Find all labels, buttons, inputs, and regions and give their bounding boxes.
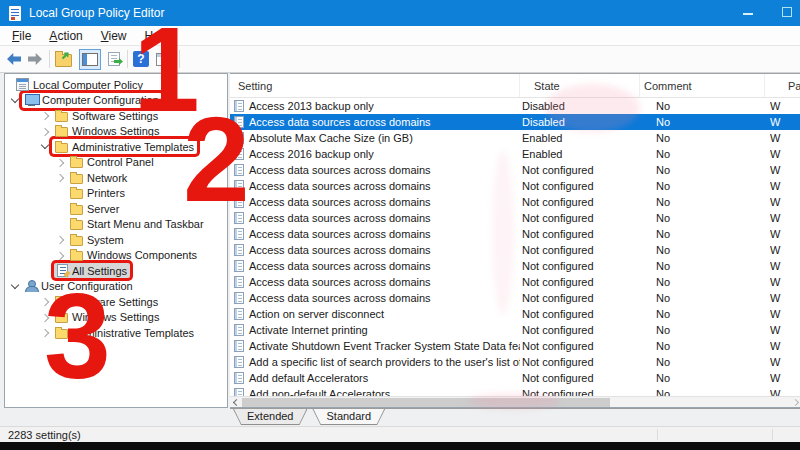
expand-arrow-icon[interactable] (54, 170, 67, 185)
window-title: Local Group Policy Editor (29, 6, 164, 20)
setting-cell: Activate Internet printing (249, 324, 368, 336)
scroll-right-icon[interactable] (789, 397, 800, 407)
tree-item-label: Windows Components (87, 249, 197, 261)
tree-item[interactable]: Control Panel (5, 155, 227, 171)
expand-arrow-icon[interactable] (9, 279, 22, 294)
scrollbar-thumb[interactable] (242, 398, 610, 407)
expand-arrow-icon[interactable] (54, 217, 67, 232)
view-tabs: Extended Standard (230, 408, 800, 426)
show-console-tree-icon[interactable] (79, 49, 101, 70)
table-row[interactable]: Access data sources across domains Not c… (230, 210, 800, 226)
menu-item[interactable]: Action (40, 27, 91, 45)
tree-item[interactable]: All Settings (5, 263, 227, 279)
table-row[interactable]: Absolute Max Cache Size (in GB) Enabled … (230, 130, 800, 146)
minimize-icon[interactable] (743, 13, 753, 15)
column-header-setting[interactable]: Setting (230, 74, 520, 97)
tree-item-label: Software Settings (72, 296, 158, 308)
comment-cell: No (640, 244, 765, 256)
table-row[interactable]: Activate Shutdown Event Tracker System S… (230, 338, 800, 354)
expand-arrow-icon[interactable] (39, 325, 52, 340)
tree-item[interactable]: Software Settings (5, 294, 227, 310)
column-header-path[interactable]: Path (765, 74, 800, 97)
table-row[interactable]: Action on server disconnect Not configur… (230, 306, 800, 322)
menu-item[interactable]: Help (136, 27, 179, 45)
tree-item[interactable]: Software Settings (5, 108, 227, 124)
tree-item-label: Control Panel (87, 156, 154, 168)
state-cell: Not configured (520, 244, 640, 256)
table-row[interactable]: Access 2013 backup only Disabled No W (230, 98, 800, 114)
scroll-left-icon[interactable] (230, 397, 241, 407)
tree-item[interactable]: Local Computer Policy (5, 77, 227, 93)
help-icon[interactable] (133, 51, 149, 67)
tree-item[interactable]: System (5, 232, 227, 248)
comment-cell: No (640, 196, 765, 208)
tree-item[interactable]: Server (5, 201, 227, 217)
comment-cell: No (640, 260, 765, 272)
path-cell: W (765, 132, 800, 144)
forward-icon[interactable] (28, 53, 42, 65)
tree-item[interactable]: Start Menu and Taskbar (5, 217, 227, 233)
expand-arrow-icon[interactable] (54, 248, 67, 263)
state-cell: Not configured (520, 308, 640, 320)
view-tab[interactable]: Extended (233, 409, 307, 425)
table-row[interactable]: Add default Accelerators Not configured … (230, 370, 800, 386)
tree-item[interactable]: Windows Components (5, 248, 227, 264)
column-header-comment[interactable]: Comment (640, 74, 765, 97)
expand-arrow-icon[interactable] (54, 186, 67, 201)
state-cell: Not configured (520, 356, 640, 368)
tree-item-label: Network (87, 172, 127, 184)
tree-item[interactable]: Network (5, 170, 227, 186)
table-row[interactable]: Access data sources across domains Not c… (230, 194, 800, 210)
policy-icon (234, 324, 244, 336)
column-header-state[interactable]: State (520, 74, 640, 97)
expand-arrow-icon[interactable] (54, 155, 67, 170)
menu-item[interactable]: View (92, 27, 136, 45)
export-folder-icon[interactable] (55, 54, 72, 67)
table-row[interactable]: Access data sources across domains Not c… (230, 290, 800, 306)
setting-cell: Access data sources across domains (249, 164, 431, 176)
export-list-icon[interactable] (108, 52, 120, 66)
expand-arrow-icon[interactable] (54, 201, 67, 216)
horizontal-scrollbar[interactable] (230, 396, 800, 407)
policy-icon (234, 212, 244, 224)
view-tab[interactable]: Standard (312, 409, 385, 425)
table-row[interactable]: Activate Internet printing Not configure… (230, 322, 800, 338)
path-cell: W (765, 116, 800, 128)
setting-cell: Access data sources across domains (249, 212, 431, 224)
table-row[interactable]: Access data sources across domains Not c… (230, 242, 800, 258)
table-row[interactable]: Access data sources across domains Not c… (230, 178, 800, 194)
expand-arrow-icon[interactable] (9, 93, 22, 108)
table-row[interactable]: Add a specific list of search providers … (230, 354, 800, 370)
expand-arrow-icon[interactable] (39, 124, 52, 139)
setting-cell: Access 2016 backup only (249, 148, 374, 160)
tree-item[interactable]: Windows Settings (5, 124, 227, 140)
path-cell: W (765, 372, 800, 384)
table-row[interactable]: Access data sources across domains Not c… (230, 162, 800, 178)
table-row[interactable]: Access 2016 backup only Enabled No W (230, 146, 800, 162)
path-cell: W (765, 100, 800, 112)
tree-item[interactable]: Computer Configuration (5, 93, 227, 109)
tree-item[interactable]: Printers (5, 186, 227, 202)
setting-cell: Activate Shutdown Event Tracker System S… (249, 340, 520, 352)
tree-item-icon (55, 143, 68, 153)
back-icon[interactable] (7, 53, 21, 65)
table-row[interactable]: Access data sources across domains Not c… (230, 274, 800, 290)
tree-item[interactable]: Windows Settings (5, 310, 227, 326)
expand-arrow-icon[interactable] (39, 139, 52, 154)
expand-arrow-icon[interactable] (39, 294, 52, 309)
tree-item[interactable]: User Configuration (5, 279, 227, 295)
tree-item[interactable]: Administrative Templates (5, 325, 227, 341)
table-row[interactable]: Access data sources across domains Not c… (230, 258, 800, 274)
new-window-icon[interactable] (156, 53, 172, 66)
expand-arrow-icon[interactable] (54, 232, 67, 247)
menu-item[interactable]: File (3, 27, 40, 45)
tree-item[interactable]: Administrative Templates (5, 139, 227, 155)
maximize-icon[interactable] (782, 7, 792, 17)
table-row[interactable]: Access data sources across domains Not c… (230, 226, 800, 242)
setting-cell: Add default Accelerators (249, 372, 368, 384)
tree-item-label: Computer Configuration (42, 94, 159, 106)
local-group-policy-editor-window: Local Group Policy Editor File Action Vi… (0, 0, 800, 450)
expand-arrow-icon[interactable] (39, 108, 52, 123)
expand-arrow-icon[interactable] (39, 310, 52, 325)
table-row[interactable]: Access data sources across domains Disab… (230, 114, 800, 130)
